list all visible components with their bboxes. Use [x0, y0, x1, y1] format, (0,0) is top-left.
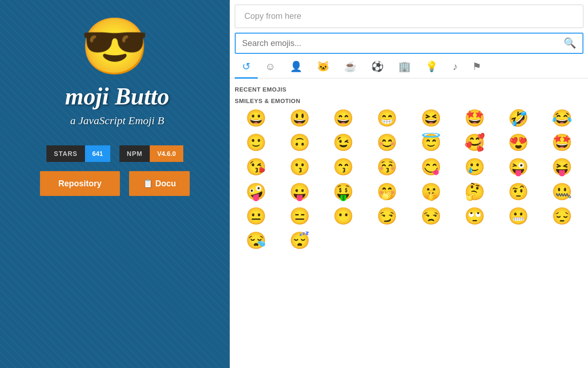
copy-bar[interactable]: Copy from here	[235, 5, 583, 28]
emoji-cell[interactable]: 🥲	[453, 155, 496, 178]
emoji-cell[interactable]: 😑	[278, 204, 321, 228]
emoji-cell[interactable]: 😀	[235, 106, 277, 130]
buttons-row: Repository 📋 Docu	[40, 171, 190, 196]
emoji-cell[interactable]: 😇	[410, 131, 452, 154]
app-title: moji Butto	[0, 83, 230, 110]
emoji-cell[interactable]: 😛	[278, 180, 321, 203]
section-recent-label: RECENT EMOJIS	[235, 83, 583, 95]
npm-value: V4.6.0	[150, 145, 183, 162]
emoji-cell[interactable]: 🤭	[366, 180, 408, 203]
emoji-cell[interactable]: 🤪	[235, 180, 277, 203]
emoji-picker-panel: Copy from here 🔍 ↺ ☺ 👤 🐱 ☕ ⚽ 🏢 💡 ♪ ⚑ REC…	[230, 0, 588, 368]
emoji-cell[interactable]: 😘	[235, 155, 277, 178]
stat-npm: NPM V4.6.0	[119, 145, 183, 162]
app-subtitle: a JavaScript Emoji B	[0, 115, 230, 127]
npm-label: NPM	[119, 145, 150, 162]
emoji-cell[interactable]: 😃	[278, 106, 321, 130]
emoji-cell[interactable]: 😴	[278, 229, 321, 252]
tab-recent[interactable]: ↺	[235, 56, 258, 79]
logo-emoji: 😎	[80, 18, 149, 74]
emoji-cell[interactable]: 😙	[322, 155, 365, 178]
tab-food[interactable]: ☕	[337, 56, 364, 79]
emoji-cell[interactable]: 😉	[322, 131, 365, 154]
emoji-cell[interactable]: 😏	[366, 204, 408, 228]
emoji-cell[interactable]: 🤩	[453, 106, 496, 130]
search-input[interactable]	[242, 39, 564, 48]
emoji-cell[interactable]: 😂	[541, 106, 583, 130]
emoji-cell[interactable]: 😪	[235, 229, 277, 252]
emoji-cell[interactable]: 😬	[497, 204, 540, 228]
emoji-cell[interactable]: 😋	[410, 155, 452, 178]
repository-button[interactable]: Repository	[40, 171, 120, 196]
emoji-cell[interactable]: 🤩	[541, 131, 583, 154]
emoji-cell[interactable]: 🤔	[453, 180, 496, 203]
category-tabs: ↺ ☺ 👤 🐱 ☕ ⚽ 🏢 💡 ♪ ⚑	[230, 56, 588, 79]
stars-label: STARS	[46, 145, 85, 162]
tab-objects[interactable]: 💡	[418, 56, 445, 79]
search-bar: 🔍	[235, 33, 583, 54]
tab-sports[interactable]: ⚽	[364, 56, 391, 79]
emoji-cell[interactable]: 😚	[366, 155, 408, 178]
emoji-cell[interactable]: 🙃	[278, 131, 321, 154]
tab-people[interactable]: 👤	[283, 56, 310, 79]
smileys-grid: 😀😃😄😁😆🤩🤣😂🙂🙃😉😊😇🥰😍🤩😘😗😙😚😋🥲😜😝🤪😛🤑🤭🤫🤔🤨🤐😐😑😶😏😒🙄😬😔…	[235, 106, 583, 252]
stars-value: 641	[85, 145, 110, 162]
left-panel: 😎 moji Butto a JavaScript Emoji B STARS …	[0, 0, 230, 368]
tab-travel[interactable]: 🏢	[391, 56, 418, 79]
emoji-cell[interactable]: 😆	[410, 106, 452, 130]
emoji-cell[interactable]: 🥰	[453, 131, 496, 154]
tab-flags[interactable]: ⚑	[465, 56, 489, 79]
emoji-cell[interactable]: 😶	[322, 204, 365, 228]
tab-symbols[interactable]: ♪	[445, 56, 465, 79]
emoji-cell[interactable]: 😔	[541, 204, 583, 228]
stat-stars: STARS 641	[46, 145, 110, 162]
emoji-cell[interactable]: 😍	[497, 131, 540, 154]
tab-smileys[interactable]: ☺	[258, 56, 283, 79]
stats-row: STARS 641 NPM V4.6.0	[46, 145, 183, 162]
emoji-cell[interactable]: 😐	[235, 204, 277, 228]
emoji-cell[interactable]: 🙄	[453, 204, 496, 228]
search-icon: 🔍	[564, 37, 576, 49]
emoji-cell[interactable]: 😒	[410, 204, 452, 228]
emoji-cell[interactable]: 😝	[541, 155, 583, 178]
emoji-cell[interactable]: 🙂	[235, 131, 277, 154]
emoji-cell[interactable]: 😗	[278, 155, 321, 178]
emoji-cell[interactable]: 🤐	[541, 180, 583, 203]
emoji-cell[interactable]: 🤑	[322, 180, 365, 203]
emoji-cell[interactable]: 😄	[322, 106, 365, 130]
emoji-cell[interactable]: 😜	[497, 155, 540, 178]
documentation-button[interactable]: 📋 Docu	[129, 171, 190, 196]
emoji-cell[interactable]: 😊	[366, 131, 408, 154]
emoji-cell[interactable]: 😁	[366, 106, 408, 130]
section-smileys-label: SMILEYS & EMOTION	[235, 95, 583, 106]
emoji-area: RECENT EMOJIS SMILEYS & EMOTION 😀😃😄😁😆🤩🤣😂…	[230, 79, 588, 368]
emoji-cell[interactable]: 🤣	[497, 106, 540, 130]
emoji-cell[interactable]: 🤨	[497, 180, 540, 203]
tab-animals[interactable]: 🐱	[310, 56, 337, 79]
emoji-cell[interactable]: 🤫	[410, 180, 452, 203]
